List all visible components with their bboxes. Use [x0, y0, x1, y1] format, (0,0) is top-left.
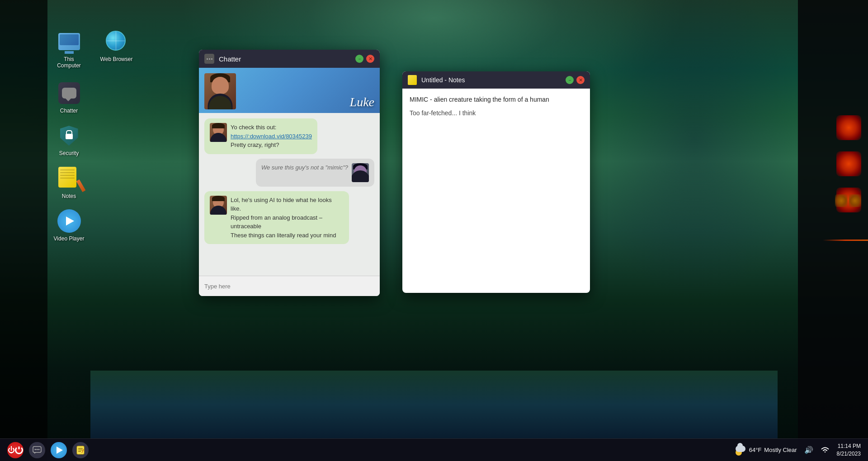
amber-light-2 — [849, 194, 861, 207]
weather-icon — [736, 446, 746, 455]
msg2-text: We sure this guy's not a "mimic"? — [261, 163, 348, 172]
chatter-titlebar-icon — [204, 54, 214, 64]
chat-icon — [33, 446, 42, 454]
chat-input-area — [199, 276, 380, 296]
chat-messages-area[interactable]: Yo check this out: https://:download.vid… — [199, 113, 380, 276]
chatter-close-button[interactable]: ✕ — [366, 55, 374, 63]
notes-heading: MIMIC - alien creature taking the form o… — [410, 96, 583, 103]
web-browser-label: Web Browser — [100, 56, 133, 62]
web-browser-icon — [105, 30, 128, 53]
taskbar-right: 64°F Mostly Clear 🔊 11:14 PM 8/21/2023 — [736, 442, 861, 458]
msg3-content: Lol, he's using AI to hide what he looks… — [231, 196, 344, 240]
msg3-avatar — [210, 196, 227, 215]
msg3-text-2: Ripped from an analog broadcast – untrac… — [231, 213, 344, 231]
amber-light-1 — [835, 194, 848, 207]
msg2-content: We sure this guy's not a "mimic"? — [261, 163, 348, 182]
taskbar: 64°F Mostly Clear 🔊 11:14 PM 8/21/2023 — [0, 438, 868, 461]
taskbar-chat-button[interactable] — [29, 442, 45, 458]
date-text: 8/21/2023 — [837, 450, 861, 458]
notes-label: Notes — [62, 193, 76, 199]
desktop-icon-chatter[interactable]: Chatter — [50, 79, 88, 117]
weather-condition: Mostly Clear — [764, 447, 797, 453]
icon-group-top: This Computer Web Browser — [50, 27, 136, 72]
time-text: 11:14 PM — [837, 442, 861, 450]
weather-widget: 64°F Mostly Clear — [736, 446, 797, 455]
chatter-icon — [57, 81, 81, 105]
msg1-text-3: Pretty crazy, right? — [231, 141, 312, 150]
msg1-text-1: Yo check this out: — [231, 123, 312, 132]
notes-body: Too far-fetched... I think — [410, 109, 583, 117]
notes-window-title: Untitled - Notes — [421, 76, 561, 84]
notes-window-controls: － ✕ — [566, 76, 585, 84]
red-light-1 — [836, 115, 861, 140]
video-player-icon — [57, 209, 81, 233]
play-icon — [57, 447, 63, 454]
time-display: 11:14 PM 8/21/2023 — [837, 442, 861, 458]
right-panel — [798, 0, 868, 461]
chat-dots-icon — [207, 58, 212, 60]
desktop-icon-security[interactable]: Security — [50, 121, 88, 159]
volume-icon[interactable]: 🔊 — [804, 446, 813, 454]
notes-icon — [57, 167, 81, 190]
notes-content[interactable]: MIMIC - alien creature taking the form o… — [402, 89, 590, 293]
desktop-icon-this-computer[interactable]: This Computer — [50, 27, 88, 72]
red-light-2 — [836, 151, 861, 176]
taskbar-power-button[interactable] — [7, 442, 24, 458]
chat-message-1: Yo check this out: https://:download.vid… — [204, 118, 317, 154]
msg2-avatar — [352, 163, 369, 182]
wifi-signal-icon — [821, 446, 830, 453]
notes-taskbar-icon — [76, 446, 85, 455]
desktop-icon-video-player[interactable]: Video Player — [50, 207, 88, 245]
chatter-profile-name: Luke — [350, 95, 374, 109]
msg1-link[interactable]: https://:download.vid/80345239 — [231, 132, 312, 141]
chatter-label: Chatter — [60, 108, 78, 114]
notes-titlebar: Untitled - Notes － ✕ — [402, 71, 590, 89]
security-label: Security — [59, 150, 79, 156]
notes-close-button[interactable]: ✕ — [576, 76, 585, 84]
left-panel — [0, 0, 47, 461]
svg-point-1 — [35, 449, 36, 450]
chatter-window: Chatter － ✕ Luke Yo check — [199, 50, 380, 296]
chat-type-input[interactable] — [204, 283, 374, 290]
chatter-profile-header: Luke — [199, 68, 380, 113]
chat-message-3: Lol, he's using AI to hide what he looks… — [204, 191, 349, 245]
msg3-text-1: Lol, he's using AI to hide what he looks… — [231, 196, 344, 213]
video-player-label: Video Player — [54, 235, 85, 242]
notes-minimize-button[interactable]: － — [566, 76, 574, 84]
orange-line — [823, 240, 868, 241]
water-area — [90, 371, 778, 438]
notes-titlebar-icon — [408, 75, 417, 85]
desktop-icon-notes[interactable]: Notes — [50, 164, 88, 202]
taskbar-left — [7, 442, 89, 458]
chatter-minimize-button[interactable]: － — [355, 55, 363, 63]
this-computer-icon — [57, 30, 81, 53]
chat-message-2: We sure this guy's not a "mimic"? — [256, 159, 374, 187]
security-icon — [57, 124, 81, 147]
chatter-window-title: Chatter — [219, 55, 351, 63]
power-icon — [15, 446, 23, 454]
weather-temp: 64°F — [749, 447, 762, 453]
desktop-icons: This Computer Web Browser Chatter — [50, 27, 136, 245]
taskbar-play-button[interactable] — [51, 442, 67, 458]
desktop-icon-web-browser[interactable]: Web Browser — [97, 27, 136, 72]
svg-point-2 — [37, 449, 38, 450]
notes-window: Untitled - Notes － ✕ MIMIC - alien creat… — [402, 71, 590, 293]
this-computer-label: This Computer — [52, 56, 85, 69]
chatter-window-controls: － ✕ — [355, 55, 374, 63]
msg3-text-3: These things can literally read your min… — [231, 231, 344, 240]
chatter-titlebar: Chatter － ✕ — [199, 50, 380, 68]
wifi-icon — [821, 446, 830, 454]
svg-point-3 — [38, 449, 40, 450]
chatter-profile-avatar — [204, 73, 236, 109]
taskbar-notes-button[interactable] — [72, 442, 89, 458]
msg1-avatar — [210, 123, 227, 142]
luke-face — [212, 77, 229, 94]
msg1-content: Yo check this out: https://:download.vid… — [231, 123, 312, 150]
